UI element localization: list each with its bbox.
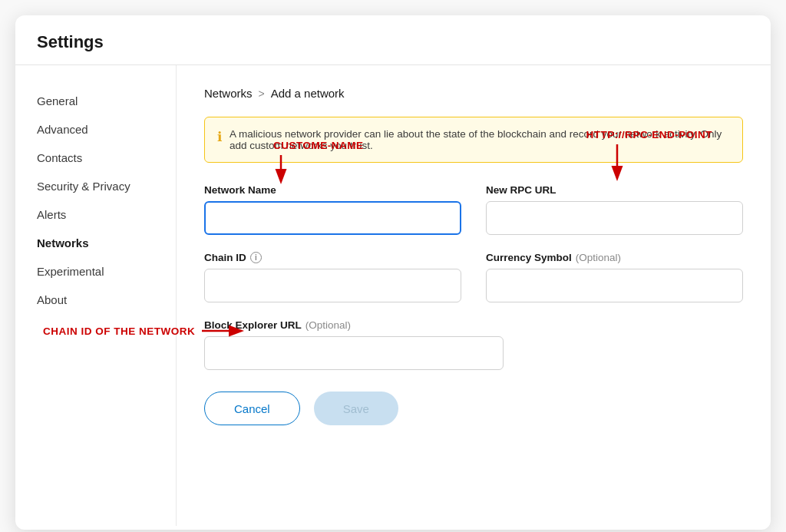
block-explorer-input[interactable]: [204, 336, 504, 370]
block-explorer-group: Block Explorer URL (Optional): [204, 319, 743, 370]
main-content: Networks > Add a network ℹ A malicious n…: [177, 65, 771, 526]
sidebar-item-security-privacy[interactable]: Security & Privacy: [15, 172, 176, 200]
currency-symbol-optional: (Optional): [576, 252, 621, 263]
sidebar-item-general[interactable]: General: [15, 87, 176, 115]
title-bar: Settings: [15, 15, 771, 65]
form-area: CUSTOME-NAME Network Name: [204, 184, 743, 425]
warning-icon: ℹ: [217, 129, 222, 145]
sidebar-item-contacts[interactable]: Contacts: [15, 144, 176, 172]
currency-symbol-input[interactable]: [486, 269, 743, 302]
rpc-url-group: HTTP://RPC-END-POINT New RPC URL: [486, 184, 743, 235]
sidebar: General Advanced Contacts Security & Pri…: [15, 65, 177, 526]
sidebar-item-about[interactable]: About: [15, 286, 176, 314]
page-title: Settings: [37, 32, 749, 52]
chain-id-input[interactable]: [204, 269, 461, 302]
breadcrumb-current: Add a network: [271, 87, 345, 100]
sidebar-item-experimental[interactable]: Experimental: [15, 257, 176, 286]
currency-symbol-group: Currency Symbol (Optional): [486, 252, 743, 302]
warning-text: A malicious network provider can lie abo…: [230, 128, 730, 151]
save-button[interactable]: Save: [314, 392, 398, 425]
chain-id-label: Chain ID i: [204, 252, 461, 263]
network-name-input[interactable]: [204, 201, 461, 235]
breadcrumb-parent: Networks: [204, 87, 253, 100]
sidebar-item-advanced[interactable]: Advanced: [15, 115, 176, 144]
chain-id-info-icon[interactable]: i: [250, 252, 262, 263]
breadcrumb-separator: >: [259, 88, 265, 100]
currency-symbol-label: Currency Symbol (Optional): [486, 252, 743, 263]
button-row: Cancel Save: [204, 392, 743, 425]
warning-box: ℹ A malicious network provider can lie a…: [204, 117, 743, 163]
network-name-group: CUSTOME-NAME Network Name: [204, 184, 461, 235]
sidebar-item-alerts[interactable]: Alerts: [15, 200, 176, 229]
block-explorer-optional: (Optional): [305, 319, 351, 331]
rpc-url-input[interactable]: [486, 201, 743, 235]
sidebar-item-networks[interactable]: Networks: [15, 229, 176, 257]
cancel-button[interactable]: Cancel: [204, 392, 300, 425]
settings-window: Settings General Advanced Contacts Secur…: [15, 15, 771, 530]
network-name-label: Network Name: [204, 184, 461, 196]
block-explorer-label: Block Explorer URL (Optional): [204, 319, 743, 331]
breadcrumb: Networks > Add a network: [204, 87, 743, 100]
chain-id-group: CHAIN ID OF THE NETWORK: [204, 252, 461, 302]
form-grid: CUSTOME-NAME Network Name: [204, 184, 743, 370]
rpc-url-label: New RPC URL: [486, 184, 743, 196]
content-area: General Advanced Contacts Security & Pri…: [15, 65, 771, 526]
